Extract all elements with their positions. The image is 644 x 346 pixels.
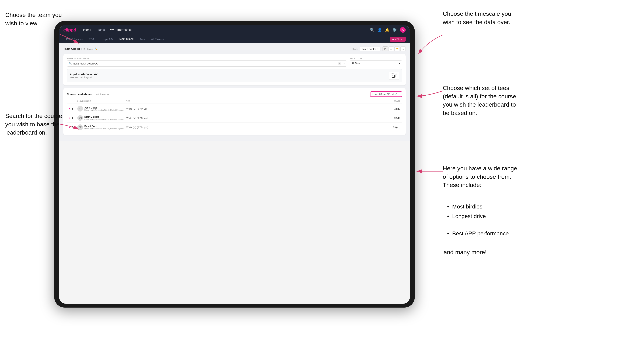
show-label: Show: bbox=[352, 48, 358, 50]
course-name: Royal North Devon GC bbox=[70, 73, 98, 76]
player-club-3: Royal North Devon Golf Club, United King… bbox=[84, 128, 124, 130]
annotation-timescale: Choose the timescale youwish to see the … bbox=[443, 9, 511, 26]
annotation-team: Choose the team youwish to view. bbox=[5, 11, 62, 27]
score-type-chevron-icon: ▾ bbox=[398, 93, 400, 95]
player-count: | 14 Players bbox=[82, 48, 93, 50]
team-title: Team Clippd | 14 Players ✏️ bbox=[63, 47, 98, 50]
nav-icons: 🔍 👤 🔔 ⚙️ A bbox=[370, 27, 406, 33]
sub-nav-pgat[interactable]: PGAT Players bbox=[63, 36, 86, 42]
nav-my-performance[interactable]: My Performance bbox=[110, 28, 132, 32]
score-type-label: Lowest Score (18 holes) bbox=[372, 93, 397, 95]
select-tee-label: Select Tee bbox=[350, 57, 402, 59]
holes-badge: Holes 18 bbox=[389, 72, 399, 80]
annotation-and-more: and many more! bbox=[444, 248, 487, 257]
search-card: Find a Golf Course 🔍 ✕ ☆ Select Tee All … bbox=[63, 54, 406, 85]
table-row: ♥ 1 BM Blair McHarg Royal North Devon Go… bbox=[67, 113, 402, 123]
player-club-1: Royal North Devon Golf Club, United King… bbox=[84, 109, 124, 111]
search-icon-small: 🔍 bbox=[69, 62, 72, 65]
grid-view-icon[interactable]: ⊞ bbox=[382, 46, 388, 51]
show-select[interactable]: Last 3 months ▾ bbox=[360, 47, 380, 51]
nav-bar: clippd Home Teams My Performance 🔍 👤 🔔 ⚙… bbox=[59, 25, 410, 35]
favorite-heart-icon-2: ♥ bbox=[68, 117, 70, 119]
bell-icon[interactable]: 🔔 bbox=[385, 28, 390, 32]
table-header: PLAYER NAME TEE SCORE bbox=[67, 99, 402, 103]
trophy-view-icon[interactable]: 🏆 bbox=[394, 46, 400, 51]
search-icon[interactable]: 🔍 bbox=[370, 28, 374, 32]
bullet-1: • Most birdies bbox=[447, 203, 482, 210]
favorite-icon[interactable]: ☆ bbox=[342, 62, 345, 65]
avatar[interactable]: A bbox=[400, 27, 406, 33]
tee-chevron-icon: ▾ bbox=[399, 62, 400, 65]
nav-home[interactable]: Home bbox=[83, 28, 91, 32]
annotation-bullets: • Most birdies • Longest drive • Best AP… bbox=[447, 203, 509, 237]
player-club-2: Royal North Devon Golf Club, United King… bbox=[84, 118, 124, 120]
holes-number: 18 bbox=[391, 75, 397, 78]
player-score-3: 73 (+1) bbox=[380, 126, 400, 129]
player-tee-2: White (M) (6,744 yds) bbox=[126, 117, 380, 119]
edit-icon[interactable]: ✏️ bbox=[95, 47, 98, 50]
search-field-wrap: Find a Golf Course 🔍 ✕ ☆ bbox=[67, 57, 347, 67]
list-view-icon[interactable]: ☰ bbox=[388, 46, 394, 51]
sub-nav-pga[interactable]: PGA bbox=[86, 36, 97, 42]
player-tee-3: White (M) (6,744 yds) bbox=[126, 126, 380, 129]
dropdown-chevron-icon: ▾ bbox=[377, 48, 378, 50]
player-rank-3: ♥ 3 bbox=[68, 126, 77, 129]
player-name-3: David Ford bbox=[84, 125, 124, 128]
holes-label: Holes bbox=[391, 73, 397, 75]
favorite-heart-icon-3: ♥ bbox=[68, 126, 70, 129]
leaderboard-title: Course Leaderboard, Last 3 months bbox=[67, 93, 109, 96]
team-name: Team Clippd bbox=[63, 47, 80, 50]
team-controls: Show: Last 3 months ▾ ⊞ ☰ 🏆 ⬇ bbox=[352, 46, 406, 51]
person-icon[interactable]: 👤 bbox=[378, 28, 382, 32]
table-row: ♥ 1 JC Josh Coles Royal North Devon Golf… bbox=[67, 104, 402, 113]
player-rank-2: ♥ 1 bbox=[68, 117, 77, 119]
view-icons: ⊞ ☰ 🏆 ⬇ bbox=[382, 46, 406, 51]
tablet-screen: clippd Home Teams My Performance 🔍 👤 🔔 ⚙… bbox=[59, 25, 410, 304]
leaderboard-card: Course Leaderboard, Last 3 months Lowest… bbox=[63, 88, 406, 135]
tee-value: All Tees bbox=[352, 62, 360, 65]
player-score-1: 72 (E) bbox=[380, 107, 400, 110]
show-value: Last 3 months bbox=[362, 48, 376, 50]
course-search-input[interactable] bbox=[73, 62, 336, 65]
annotation-tees: Choose which set of tees(default is all)… bbox=[443, 84, 516, 117]
annotation-search: Search for the courseyou wish to base th… bbox=[5, 112, 62, 137]
player-info-1: JC Josh Coles Royal North Devon Golf Clu… bbox=[77, 106, 126, 112]
tablet-frame: clippd Home Teams My Performance 🔍 👤 🔔 ⚙… bbox=[54, 21, 415, 308]
sub-nav-all-players[interactable]: All Players bbox=[148, 36, 166, 42]
player-score-2: 72 (E) bbox=[380, 117, 400, 119]
col-score: SCORE bbox=[380, 100, 400, 102]
player-info-3: DF David Ford Royal North Devon Golf Clu… bbox=[77, 124, 126, 130]
logo: clippd bbox=[63, 27, 76, 33]
sub-nav-hcaps[interactable]: Hcaps 1-5 bbox=[98, 36, 115, 42]
add-team-button[interactable]: Add Team bbox=[390, 37, 406, 42]
nav-teams[interactable]: Teams bbox=[96, 28, 105, 32]
col-rank bbox=[68, 100, 77, 102]
player-avatar-2: BM bbox=[77, 115, 83, 121]
player-avatar-1: JC bbox=[77, 106, 83, 112]
bullet-3: • Best APP performance bbox=[447, 230, 509, 237]
course-location: Westward Ho!, England bbox=[70, 76, 98, 79]
player-rank-1: ♥ 1 bbox=[68, 107, 77, 110]
find-golf-course-label: Find a Golf Course bbox=[67, 57, 347, 59]
download-icon[interactable]: ⬇ bbox=[400, 46, 406, 51]
course-result: Royal North Devon GC Westward Ho!, Engla… bbox=[67, 69, 402, 82]
sub-nav-tour[interactable]: Tour bbox=[137, 36, 148, 42]
team-header: Team Clippd | 14 Players ✏️ Show: Last 3… bbox=[63, 46, 406, 51]
settings-icon[interactable]: ⚙️ bbox=[392, 28, 397, 32]
player-info-2: BM Blair McHarg Royal North Devon Golf C… bbox=[77, 115, 126, 121]
sub-nav: PGAT Players PGA Hcaps 1-5 Team Clippd T… bbox=[59, 35, 410, 43]
sub-nav-team-clippd[interactable]: Team Clippd bbox=[116, 36, 136, 42]
col-tee: TEE bbox=[126, 100, 380, 102]
tee-select[interactable]: All Tees ▾ bbox=[350, 60, 402, 66]
search-input-row: 🔍 ✕ ☆ bbox=[67, 60, 347, 67]
leaderboard-header: Course Leaderboard, Last 3 months Lowest… bbox=[67, 91, 402, 97]
col-player-name: PLAYER NAME bbox=[77, 100, 126, 102]
clear-search-button[interactable]: ✕ bbox=[338, 62, 341, 65]
score-type-select[interactable]: Lowest Score (18 holes) ▾ bbox=[370, 91, 402, 97]
annotation-options: Here you have a wide rangeof options to … bbox=[443, 164, 517, 189]
course-info: Royal North Devon GC Westward Ho!, Engla… bbox=[70, 73, 98, 79]
search-section: Find a Golf Course 🔍 ✕ ☆ Select Tee All … bbox=[67, 57, 402, 67]
player-avatar-3: DF bbox=[77, 124, 83, 130]
bullet-2: • Longest drive bbox=[447, 212, 509, 220]
player-name-2: Blair McHarg bbox=[84, 116, 124, 118]
